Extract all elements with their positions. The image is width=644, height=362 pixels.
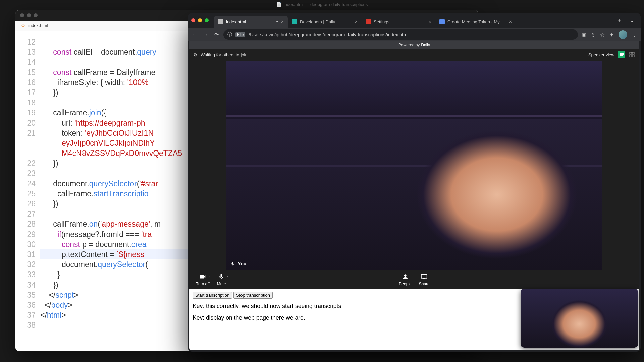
grid-view-button[interactable] <box>629 51 635 58</box>
traffic-close[interactable] <box>20 13 24 17</box>
browser-toolbar: ← → ⟳ ⓘ File /Users/kevin/github/deepgra… <box>188 28 641 41</box>
reload-button[interactable]: ⟳ <box>213 31 220 38</box>
daily-call-frame: Powered by Daily ⚙ Waiting for others to… <box>189 41 639 289</box>
participant-label: You <box>230 261 246 266</box>
cast-icon[interactable]: ▣ <box>581 32 586 38</box>
speaker-view-label[interactable]: Speaker view <box>588 52 614 57</box>
forward-button[interactable]: → <box>202 31 209 38</box>
mic-icon <box>230 261 235 266</box>
new-tab-button[interactable]: + <box>614 17 625 24</box>
background-window-title: 📄index.html — deepgram-daily-transcripti… <box>276 2 368 7</box>
favicon <box>439 19 445 24</box>
tab-title: index.html <box>226 19 274 24</box>
tab-title: Settings <box>374 19 426 24</box>
traffic-close[interactable] <box>191 18 195 22</box>
url-text: /Users/kevin/github/deepgram-devs/deepgr… <box>249 32 408 37</box>
svg-rect-4 <box>630 52 632 54</box>
svg-rect-7 <box>632 55 634 57</box>
address-bar[interactable]: ⓘ File /Users/kevin/github/deepgram-devs… <box>223 29 578 40</box>
mic-toggle[interactable]: ⌄ Mute <box>217 273 226 286</box>
people-button[interactable]: People <box>399 273 411 286</box>
powered-by-link[interactable]: Daily <box>421 43 430 47</box>
powered-by-text: Powered by <box>398 43 420 47</box>
favicon <box>218 19 223 24</box>
favicon <box>366 19 371 24</box>
browser-tab[interactable]: Create Meeting Token - My Wo × <box>435 16 516 28</box>
browser-tab[interactable]: index.html • × <box>214 16 288 28</box>
waiting-text: Waiting for others to join <box>201 52 248 57</box>
participant-name: You <box>238 261 246 266</box>
close-tab-icon[interactable]: × <box>509 19 512 24</box>
extensions-icon[interactable]: ✦ <box>609 32 614 38</box>
start-transcription-button[interactable]: Start transcription <box>193 292 232 299</box>
traffic-maximize[interactable] <box>34 13 38 17</box>
svg-rect-3 <box>623 56 624 56</box>
powered-by-bar: Powered by Daily <box>189 41 639 49</box>
profile-avatar[interactable] <box>619 30 627 39</box>
close-tab-icon[interactable]: × <box>281 19 284 24</box>
tab-title: Create Meeting Token - My Wo <box>447 19 506 24</box>
line-number-gutter: 1213141516171819202122232425262728293031… <box>15 31 40 351</box>
back-button[interactable]: ← <box>191 31 199 38</box>
chevron-down-icon[interactable]: ⌄ <box>208 274 210 277</box>
chevron-down-icon[interactable]: ⌄ <box>226 274 229 277</box>
svg-rect-6 <box>630 55 632 57</box>
tab-title: Developers | Daily <box>300 19 352 24</box>
traffic-maximize[interactable] <box>205 18 209 22</box>
kebab-menu-icon[interactable]: ⋮ <box>632 32 637 38</box>
browser-tab[interactable]: Settings × <box>362 16 435 28</box>
svg-rect-5 <box>632 52 634 54</box>
close-tab-icon[interactable]: × <box>429 19 431 24</box>
picture-in-picture[interactable] <box>521 289 638 348</box>
main-video-tile[interactable]: You <box>226 61 602 270</box>
speaker-view-button[interactable] <box>618 51 625 58</box>
stop-transcription-button[interactable]: Stop transcription <box>233 292 273 299</box>
close-tab-icon[interactable]: × <box>355 19 358 24</box>
browser-tabstrip: index.html • × Developers | Daily × Sett… <box>188 13 641 28</box>
site-info-icon[interactable]: ⓘ <box>227 32 232 38</box>
page-content: Powered by Daily ⚙ Waiting for others to… <box>189 41 639 350</box>
svg-rect-2 <box>623 54 624 55</box>
svg-rect-1 <box>623 53 624 54</box>
share-icon[interactable]: ⇪ <box>591 32 595 38</box>
browser-window: index.html • × Developers | Daily × Sett… <box>188 13 641 352</box>
share-button[interactable]: Share <box>419 273 430 286</box>
editor-tab-label: index.html <box>28 23 48 28</box>
traffic-minimize[interactable] <box>27 13 31 17</box>
modified-indicator: • <box>276 18 278 25</box>
traffic-minimize[interactable] <box>198 18 202 22</box>
gear-icon[interactable]: ⚙ <box>193 52 197 57</box>
html-file-icon: <> <box>21 23 25 28</box>
camera-toggle[interactable]: ⌄ Turn off <box>196 273 210 286</box>
video-area: You <box>189 61 639 270</box>
call-top-bar: ⚙ Waiting for others to join Speaker vie… <box>189 49 639 61</box>
svg-rect-0 <box>620 53 623 56</box>
tab-overflow-button[interactable]: ⌄ <box>626 17 637 24</box>
browser-tab[interactable]: Developers | Daily × <box>288 16 362 28</box>
favicon <box>292 19 297 24</box>
call-controls: ⌄ Turn off ⌄ Mute People Share <box>189 270 639 289</box>
bookmark-icon[interactable]: ☆ <box>600 32 605 38</box>
url-scheme-chip: File <box>235 32 245 37</box>
